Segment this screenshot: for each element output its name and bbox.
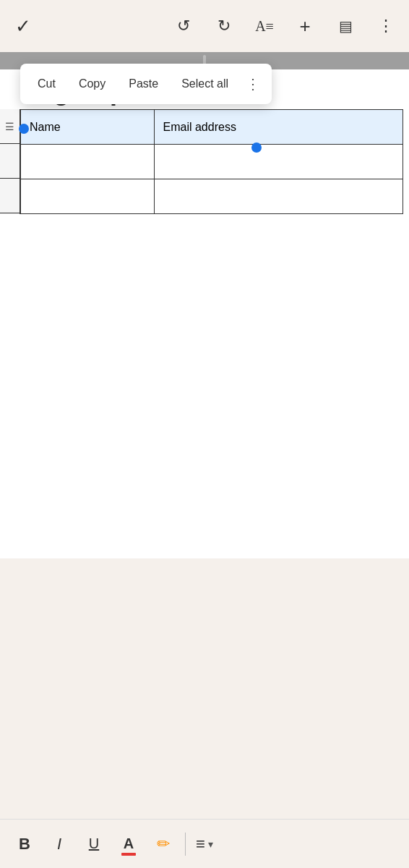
copy-button[interactable]: Copy <box>67 64 117 104</box>
header-cell-email[interactable]: Email address <box>154 110 403 145</box>
more-icon: ⋮ <box>378 17 394 35</box>
add-button[interactable]: + <box>293 14 317 38</box>
table-cell-email-2[interactable] <box>154 179 403 214</box>
table-cell-name-2[interactable] <box>21 179 155 214</box>
cut-button[interactable]: Cut <box>26 64 67 104</box>
format-button[interactable]: A≡ <box>253 14 276 38</box>
undo-button[interactable]: ↺ <box>172 14 195 38</box>
add-icon: + <box>299 15 310 38</box>
table-row <box>21 145 403 179</box>
comment-icon: ▤ <box>339 17 353 35</box>
chevron-down-icon: ▾ <box>208 838 213 850</box>
sidebar-cell-header: ☰ <box>0 109 20 144</box>
undo-icon: ↺ <box>177 17 190 35</box>
check-button[interactable]: ✓ <box>12 14 35 38</box>
context-more-icon: ⋮ <box>246 75 260 93</box>
sidebar-cell-1 <box>0 144 20 179</box>
top-toolbar: ✓ ↺ ↻ A≡ + ▤ ⋮ <box>0 0 409 52</box>
header-cell-name[interactable]: Name <box>21 110 155 145</box>
table-container: ☰ Name Email address <box>0 109 403 214</box>
align-dropdown-button[interactable]: ≡ ▾ <box>191 832 218 856</box>
table-row <box>21 179 403 214</box>
sidebar-cell-2 <box>0 179 20 213</box>
table-header-row: Name Email address <box>21 110 403 145</box>
document-table[interactable]: Name Email address <box>20 109 403 214</box>
bold-button[interactable]: B <box>9 828 40 860</box>
check-icon: ✓ <box>15 15 31 38</box>
table-cell-name-1[interactable] <box>21 145 155 179</box>
font-color-button[interactable]: A <box>113 828 145 860</box>
redo-button[interactable]: ↻ <box>212 14 236 38</box>
toolbar-action-icons: ↺ ↻ A≡ + ▤ ⋮ <box>172 14 397 38</box>
sidebar-menu-icon: ☰ <box>5 121 14 132</box>
select-all-button[interactable]: Select all <box>170 64 240 104</box>
table-cell-email-1[interactable] <box>154 145 403 179</box>
align-icon: ≡ <box>196 835 205 854</box>
font-color-bar <box>121 853 136 856</box>
format-icon: A≡ <box>255 18 274 35</box>
table-sidebar: ☰ <box>0 109 20 214</box>
document-page: Sign-up Sheet ☰ Name <box>0 52 409 558</box>
more-options-button[interactable]: ⋮ <box>374 14 397 38</box>
context-more-button[interactable]: ⋮ <box>240 71 266 97</box>
bottom-toolbar: B I U A ✏ ≡ ▾ <box>0 819 409 868</box>
comment-button[interactable]: ▤ <box>334 14 357 38</box>
underline-button[interactable]: U <box>78 828 110 860</box>
redo-icon: ↻ <box>218 17 231 35</box>
paste-button[interactable]: Paste <box>117 64 170 104</box>
highlight-button[interactable]: ✏ <box>147 828 179 860</box>
context-menu: Cut Copy Paste Select all ⋮ <box>20 64 272 104</box>
italic-button[interactable]: I <box>43 828 75 860</box>
toolbar-separator <box>185 833 186 856</box>
